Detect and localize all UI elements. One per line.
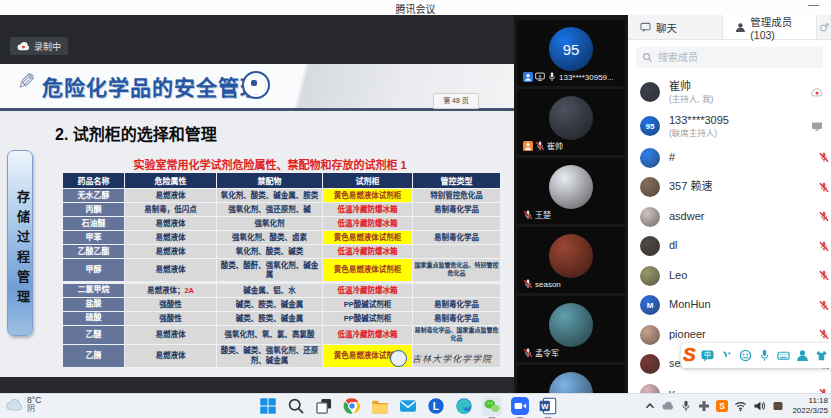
sogou-logo[interactable]: S [683, 345, 696, 364]
avatar [549, 165, 593, 209]
table-row: 无水乙醇易燃液体氧化剂、酸类、碱金属、胺类黄色易燃液体试剂柜特别管控危化品 [63, 189, 501, 203]
tray-dpad-icon[interactable] [698, 400, 710, 412]
avatar [640, 354, 660, 374]
member-search-input[interactable] [636, 47, 823, 68]
cell-control: 易制毒化学品 [413, 231, 501, 245]
windows-start-icon[interactable] [258, 396, 278, 416]
tray-sogou-icon[interactable]: S [716, 400, 728, 412]
edge-icon[interactable] [454, 396, 474, 416]
avatar [640, 207, 660, 227]
participant-name: 133****30959... [559, 73, 614, 82]
panel-popout-icon[interactable] [817, 15, 831, 39]
tray-expand-icon[interactable] [644, 400, 656, 412]
skin-icon[interactable] [815, 349, 828, 362]
search-taskbar-icon[interactable] [286, 396, 306, 416]
avatar [640, 177, 660, 197]
cell-incompatible: 强氧化剂、酸类、卤素 [217, 231, 323, 245]
cell-cabinet: 低温冷藏防爆冰箱 [323, 282, 413, 297]
tab-members[interactable]: 管理成员(103) [723, 15, 818, 39]
avatar: 95 [549, 27, 593, 71]
emoji-icon[interactable] [739, 349, 752, 362]
table-header-cell: 药品名称 [63, 173, 125, 189]
video-tile[interactable]: season [517, 227, 625, 293]
window-title: 腾讯会议 [0, 1, 831, 16]
video-tile-label: 133****30959... [520, 71, 617, 83]
cell-incompatible: 氧化剂、酸类、碱类 [217, 245, 323, 259]
video-tile[interactable]: 孟令军 [517, 296, 625, 362]
cell-cabinet: 低温冷藏防爆冰箱 [323, 325, 413, 344]
chat-icon [640, 22, 651, 33]
punct-icon[interactable] [720, 349, 733, 362]
member-search [636, 47, 823, 68]
meeting-window: 录制中 ✎ 危险化学品的安全管理 第 48 页 2. 试剂柜的选择和管理 实验室… [0, 15, 831, 393]
meeting-icon[interactable] [510, 396, 530, 416]
table-row: 石油醚易燃液体强氧化剂低温冷藏防爆冰箱 [63, 217, 501, 231]
mail-icon[interactable] [398, 396, 418, 416]
file-explorer-icon[interactable] [370, 396, 390, 416]
participant-name: 孟令军 [535, 347, 559, 358]
cell-name: 二氯甲烷 [63, 282, 125, 297]
cell-control: 特别管控危化品 [413, 189, 501, 203]
avatar [640, 325, 660, 345]
app-l-icon[interactable]: L [426, 396, 446, 416]
member-row[interactable]: MMonHun [628, 291, 831, 321]
tab-chat[interactable]: 聊天 [628, 15, 723, 39]
tray-mic-icon[interactable] [680, 400, 692, 412]
video-tile[interactable]: 崔帅 [517, 89, 625, 155]
cell-hazard: 强酸性 [125, 297, 217, 311]
member-row[interactable]: 95133****3095(联席主持人) [628, 109, 831, 143]
tray-wifi-icon[interactable] [734, 400, 747, 412]
cell-hazard: 易燃液体；2A [125, 282, 217, 297]
video-tile[interactable]: 王楚 [517, 158, 625, 224]
presentation-slide: ✎ 危险化学品的安全管理 第 48 页 2. 试剂柜的选择和管理 实验室常用化学… [0, 64, 514, 377]
taskbar-weather[interactable]: 8°C 阴 [6, 396, 41, 414]
member-name: 133****3095 [669, 114, 729, 128]
member-row[interactable]: # [628, 143, 831, 173]
cell-cabinet: PP酸碱试剂柜 [323, 297, 413, 311]
member-row[interactable]: asdwer [628, 202, 831, 232]
cell-incompatible: 碱类、胺类、碱金属 [217, 297, 323, 311]
minimize-button[interactable]: — [808, 0, 819, 10]
table-header-cell: 禁配物 [217, 173, 323, 189]
word-icon[interactable]: W [538, 396, 558, 416]
cell-control: 易制毒化学品、国家重点监管危化品 [413, 325, 501, 344]
keyboard-icon[interactable] [777, 349, 790, 362]
tray-cloud-icon[interactable] [662, 400, 674, 412]
member-row[interactable]: y [628, 379, 831, 393]
video-tile[interactable]: 95133****30959... [517, 20, 625, 86]
cell-incompatible: 碱类、胺类、碱金属 [217, 311, 323, 325]
taskbar: 8°C 阴 LW S 11:18 2022/3/25 [0, 393, 831, 418]
account-icon[interactable] [796, 349, 809, 362]
cell-hazard: 易燃液体 [125, 344, 217, 367]
taskbar-clock[interactable]: 11:18 2022/3/25 [792, 396, 828, 416]
taskbar-tray: S 11:18 2022/3/25 [644, 396, 828, 416]
voice-icon[interactable] [758, 349, 771, 362]
member-name: MonHun [669, 298, 711, 312]
mic-muted-red-icon [819, 300, 829, 311]
zh-mode-icon[interactable]: 中 [701, 349, 714, 362]
screen: 腾讯会议 — 录制中 ✎ 危险化学品的安全管理 第 48 页 2. 试剂柜的选择… [0, 0, 831, 418]
university-logo-icon [242, 71, 270, 99]
task-view-icon[interactable] [314, 396, 334, 416]
video-thumbnails-column: 95133****30959...崔帅王楚season孟令军 [514, 15, 628, 393]
cloud-recording-icon [811, 87, 823, 98]
slide-subtitle: 实验室常用化学试剂危险属性、禁配物和存放的试剂柜 1 [60, 156, 480, 172]
video-tile-label: season [520, 278, 564, 290]
table-header-cell: 试剂柜 [323, 173, 413, 189]
cell-name: 甲醇 [63, 259, 125, 283]
mic-muted-red-icon [819, 241, 829, 252]
member-row[interactable]: dl [628, 232, 831, 262]
member-row[interactable]: 357 赖速 [628, 173, 831, 203]
avatar [640, 384, 660, 393]
tray-device-icon[interactable] [772, 400, 784, 412]
wechat-icon[interactable] [482, 396, 502, 416]
tray-volume-icon[interactable] [753, 400, 766, 412]
cell-control: 易制毒化学品 [413, 203, 501, 217]
cell-cabinet: 黄色易燃液体试剂柜 [323, 189, 413, 203]
cell-name: 硫酸 [63, 311, 125, 325]
cell-name: 甲苯 [63, 231, 125, 245]
chrome-icon[interactable] [342, 396, 362, 416]
member-row[interactable]: Leo [628, 261, 831, 291]
cell-hazard: 易燃液体 [125, 189, 217, 203]
member-row[interactable]: 崔帅(主持人, 我) [628, 75, 831, 109]
